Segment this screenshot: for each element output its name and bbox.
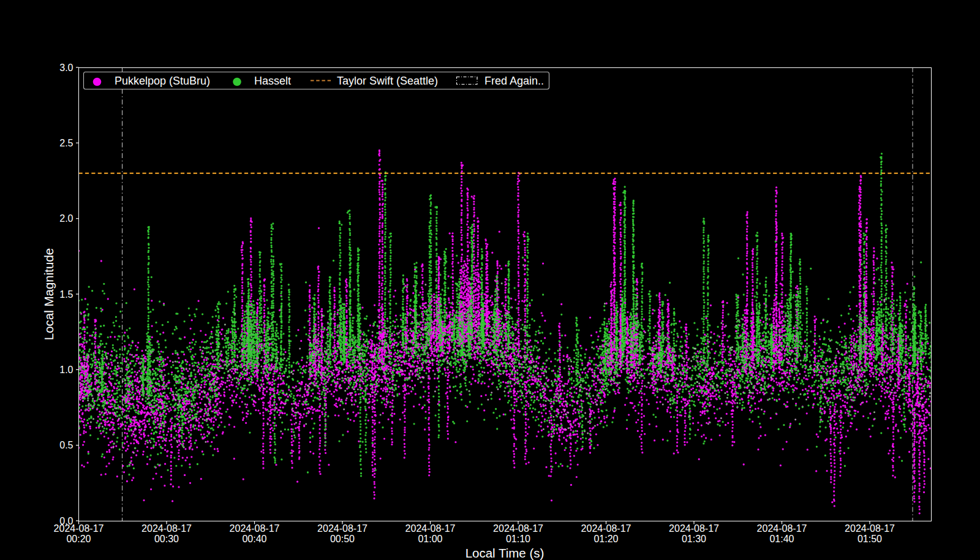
svg-text:2024-08-17: 2024-08-17 (317, 523, 368, 534)
svg-text:01:00: 01:00 (418, 534, 442, 544)
svg-text:2.0: 2.0 (59, 213, 73, 224)
svg-text:Local Time (s): Local Time (s) (466, 546, 545, 560)
svg-text:2024-08-17: 2024-08-17 (405, 523, 456, 534)
svg-text:Pukkelpop (StuBru): Pukkelpop (StuBru) (115, 75, 210, 87)
svg-text:2024-08-17: 2024-08-17 (141, 523, 192, 534)
svg-text:2024-08-17: 2024-08-17 (493, 523, 543, 534)
svg-text:2024-08-17: 2024-08-17 (845, 523, 895, 534)
svg-text:00:50: 00:50 (330, 534, 355, 544)
svg-text:1.0: 1.0 (59, 365, 73, 375)
svg-text:Local Magnitude: Local Magnitude (42, 248, 56, 340)
svg-text:2024-08-17: 2024-08-17 (54, 523, 104, 534)
svg-text:2.5: 2.5 (59, 138, 73, 148)
svg-text:1.5: 1.5 (59, 289, 73, 300)
svg-text:01:40: 01:40 (769, 534, 794, 544)
svg-text:2024-08-17: 2024-08-17 (581, 523, 631, 534)
svg-text:01:30: 01:30 (682, 534, 706, 544)
svg-text:01:10: 01:10 (506, 534, 530, 544)
svg-text:2024-08-17: 2024-08-17 (757, 523, 807, 534)
svg-text:0.5: 0.5 (59, 440, 73, 450)
svg-text:00:40: 00:40 (242, 534, 266, 544)
svg-text:Taylor Swift (Seattle): Taylor Swift (Seattle) (337, 75, 438, 87)
svg-text:Hasselt: Hasselt (254, 75, 291, 87)
svg-text:01:20: 01:20 (594, 534, 618, 544)
svg-text:00:20: 00:20 (66, 534, 91, 544)
svg-text:00:30: 00:30 (154, 534, 179, 544)
svg-text:2024-08-17: 2024-08-17 (669, 523, 719, 534)
svg-text:3.0: 3.0 (59, 62, 73, 73)
svg-text:01:50: 01:50 (858, 534, 882, 544)
svg-text:Fred Again..: Fred Again.. (484, 75, 544, 87)
svg-text:2024-08-17: 2024-08-17 (230, 523, 280, 534)
